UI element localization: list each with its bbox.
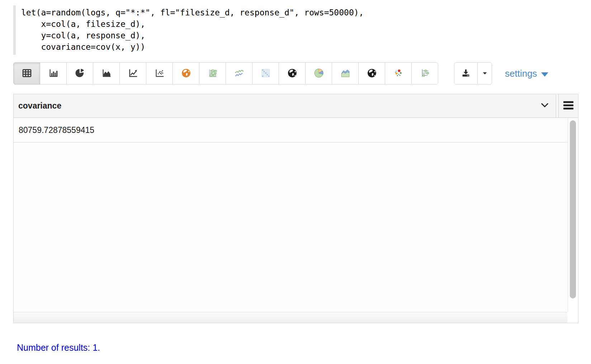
pie-chart-icon [75, 68, 85, 80]
caret-down-icon [481, 69, 489, 78]
horizontal-scrollbar[interactable] [14, 312, 567, 323]
viz-button-group [13, 62, 438, 85]
code-line: y=col(a, response_d), [21, 30, 591, 41]
column-header-label: covariance [18, 101, 61, 111]
globe-dark-icon [287, 68, 298, 80]
bar-chart-icon [48, 68, 59, 80]
page: let(a=random(logs, q="*:*", fl="filesize… [0, 0, 591, 353]
table-row: 80759.72878559415 [14, 118, 568, 143]
viz-button-scatter-plot[interactable] [146, 62, 173, 85]
download-button-group [454, 62, 492, 85]
expression-editor[interactable]: let(a=random(logs, q="*:*", fl="filesize… [13, 5, 591, 55]
viz-button-pie-chart-color[interactable] [305, 62, 332, 85]
visualization-toolbar: settings [13, 62, 591, 85]
area-chart-icon [101, 68, 112, 80]
table-body: 80759.72878559415 [14, 118, 578, 312]
viz-button-world-map-2[interactable] [358, 62, 385, 85]
vertical-scrollbar[interactable] [568, 118, 578, 312]
viz-button-scatter-color[interactable] [385, 62, 412, 85]
viz-button-bubble-chart[interactable] [199, 62, 226, 85]
globe-orange-icon [181, 68, 192, 80]
viz-button-geo-map[interactable] [172, 62, 199, 85]
settings-label: settings [505, 68, 537, 79]
table-icon [22, 68, 32, 80]
range-chart-icon [420, 68, 430, 80]
code-line: covariance=cov(x, y)) [21, 41, 591, 53]
scatter-color-icon [393, 68, 404, 80]
result-table-panel: covariance 80759.72878559415 [13, 94, 578, 323]
hamburger-icon [563, 101, 574, 111]
line-chart-icon [128, 68, 138, 80]
download-options-button[interactable] [477, 62, 492, 85]
table-rows-area: 80759.72878559415 [14, 118, 568, 312]
viz-button-pie-chart[interactable] [66, 62, 93, 85]
bubble-matrix-icon [207, 68, 218, 80]
results-count-text: Number of results: 1. [17, 343, 591, 353]
pie-color-icon [313, 67, 325, 80]
viz-button-multi-line-chart[interactable] [226, 62, 252, 85]
viz-button-area-chart-color[interactable] [332, 62, 359, 85]
download-icon [460, 68, 471, 80]
code-line: let(a=random(logs, q="*:*", fl="filesize… [21, 7, 591, 18]
area-color-icon [340, 67, 351, 80]
heatmap-icon [260, 68, 271, 80]
viz-button-line-chart[interactable] [119, 62, 146, 85]
table-footer [14, 312, 578, 323]
viz-button-area-chart[interactable] [93, 62, 120, 85]
multi-line-icon [234, 68, 245, 80]
vertical-scrollbar-thumb[interactable] [570, 120, 576, 298]
chevron-down-icon[interactable] [539, 100, 550, 112]
viz-button-table[interactable] [13, 62, 40, 85]
viz-button-bar-chart[interactable] [40, 62, 67, 85]
table-header-row: covariance [14, 94, 578, 118]
viz-button-heatmap[interactable] [252, 62, 279, 85]
column-header-covariance[interactable]: covariance [14, 94, 556, 118]
caret-down-icon [541, 72, 548, 77]
table-cell-covariance: 80759.72878559415 [19, 125, 94, 135]
scatter-plot-icon [154, 68, 165, 80]
settings-link[interactable]: settings [505, 68, 548, 79]
globe-dark-icon [367, 68, 377, 80]
download-button[interactable] [454, 62, 478, 85]
scrollbar-corner [567, 312, 578, 323]
code-line: x=col(a, filesize_d), [21, 18, 591, 30]
viz-button-range-chart[interactable] [411, 62, 438, 85]
viz-button-world-map[interactable] [279, 62, 306, 85]
table-menu-button[interactable] [558, 94, 578, 118]
